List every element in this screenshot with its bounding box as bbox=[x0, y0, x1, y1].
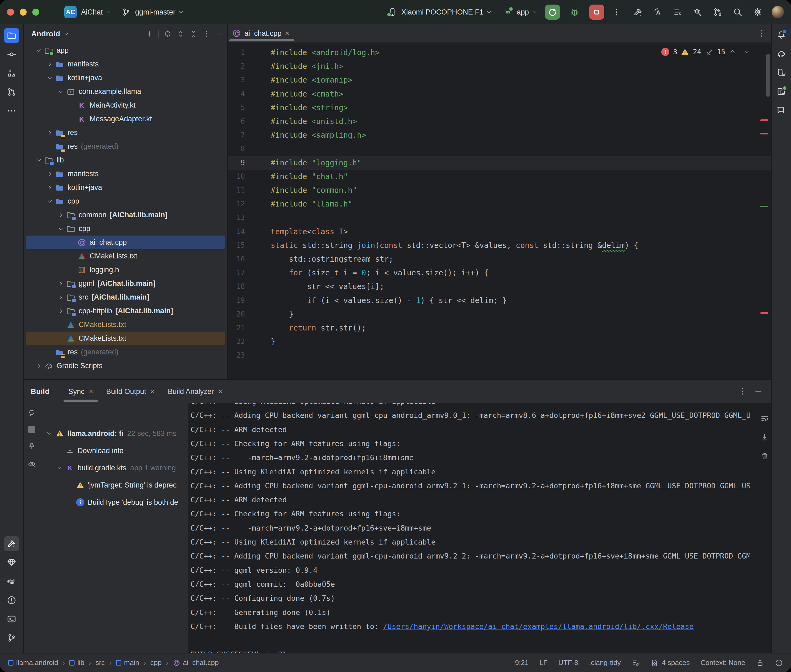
encoding-widget[interactable]: UTF-8 bbox=[558, 659, 578, 667]
sidebar-item-commit[interactable] bbox=[4, 47, 19, 62]
line-ending-widget[interactable]: LF bbox=[539, 659, 547, 667]
tree-item-cmakelists-txt[interactable]: CMakeLists.txt bbox=[26, 249, 225, 263]
tree-chevron[interactable] bbox=[45, 59, 55, 69]
stop-button[interactable] bbox=[589, 5, 604, 20]
add-icon[interactable] bbox=[145, 30, 153, 38]
tree-chevron[interactable] bbox=[34, 155, 43, 165]
minimize-window-button[interactable] bbox=[20, 9, 27, 16]
line-number[interactable]: 12 bbox=[228, 197, 245, 211]
tree-item-kotlin-java[interactable]: kotlin+java bbox=[26, 181, 225, 194]
close-tab-icon[interactable]: × bbox=[285, 29, 290, 37]
line-number[interactable]: 15 bbox=[228, 238, 245, 252]
debug-button[interactable] bbox=[567, 5, 582, 20]
tree-item-gradle-scripts[interactable]: Gradle Scripts bbox=[26, 359, 225, 373]
tree-item-manifests[interactable]: manifests bbox=[26, 167, 225, 181]
build-tab-sync[interactable]: Sync× bbox=[62, 380, 99, 403]
line-number[interactable]: 19 bbox=[228, 294, 245, 307]
tree-item-cmakelists-txt[interactable]: CMakeLists.txt bbox=[26, 318, 225, 331]
breadcrumb-item-lib[interactable]: lib bbox=[69, 659, 84, 667]
line-number[interactable]: 4 bbox=[228, 87, 245, 101]
tree-item-mainactivity-kt[interactable]: MainActivity.kt bbox=[26, 98, 225, 112]
soft-wrap-icon[interactable] bbox=[761, 414, 769, 423]
project-view-selector[interactable]: Android bbox=[31, 30, 60, 38]
build-tree-item[interactable]: build.gradle.ktsapp 1 warning bbox=[44, 459, 188, 477]
close-window-button[interactable] bbox=[7, 9, 14, 16]
line-number[interactable]: 5 bbox=[228, 101, 245, 115]
tree-item-logging-h[interactable]: logging.h bbox=[26, 263, 225, 277]
sidebar-item-logcat[interactable] bbox=[4, 574, 19, 589]
sidebar-item-build[interactable] bbox=[4, 536, 19, 551]
tree-item-app[interactable]: app bbox=[26, 43, 225, 57]
tree-chevron[interactable] bbox=[56, 279, 66, 288]
tree-item-messageadapter-kt[interactable]: MessageAdapter.kt bbox=[26, 112, 225, 126]
line-number[interactable]: 18 bbox=[228, 280, 245, 293]
breadcrumb-item-cpp[interactable]: cpp bbox=[150, 659, 162, 667]
rerun-button[interactable] bbox=[545, 5, 560, 20]
branch-selector[interactable]: ggml-master bbox=[135, 8, 175, 16]
tree-item-cpp[interactable]: cpp bbox=[26, 194, 225, 208]
build-icon[interactable] bbox=[633, 7, 643, 17]
context-widget[interactable]: Context: None bbox=[701, 659, 745, 667]
line-number[interactable]: 2 bbox=[228, 59, 245, 73]
avatar[interactable] bbox=[772, 6, 784, 18]
device-selector[interactable]: Xiaomi POCOPHONE F1 bbox=[401, 8, 483, 16]
tree-chevron[interactable] bbox=[56, 87, 66, 96]
run-config-selector[interactable]: app bbox=[517, 8, 529, 16]
sidebar-item-more[interactable] bbox=[4, 103, 19, 118]
pin-icon[interactable] bbox=[27, 442, 36, 451]
tree-chevron[interactable] bbox=[44, 430, 55, 437]
sidebar-item-pull-requests[interactable] bbox=[4, 85, 19, 99]
todo-lines-icon[interactable] bbox=[673, 7, 683, 17]
stop-square-icon[interactable] bbox=[28, 426, 35, 433]
indent-widget[interactable]: 4 spaces bbox=[650, 659, 690, 667]
settings-icon[interactable] bbox=[753, 7, 762, 17]
line-number[interactable]: 20 bbox=[228, 307, 245, 321]
build-options-kebab-icon[interactable] bbox=[738, 387, 747, 396]
tree-chevron[interactable] bbox=[56, 224, 66, 234]
tree-item-manifests[interactable]: manifests bbox=[26, 57, 225, 71]
more-actions-kebab-icon[interactable] bbox=[612, 8, 621, 17]
code-editor[interactable]: ! 3 24 15 1#include <android/log.h>2#inc… bbox=[228, 43, 771, 379]
problems-status-icon[interactable] bbox=[775, 659, 783, 667]
breadcrumb-item-llama-android[interactable]: llama.android bbox=[8, 659, 58, 667]
sidebar-item-project[interactable] bbox=[4, 28, 19, 43]
code-style-icon[interactable] bbox=[632, 659, 640, 667]
line-number[interactable]: 8 bbox=[228, 142, 245, 156]
sidebar-item-app-quality-insights[interactable] bbox=[4, 555, 19, 570]
tree-item-cpp[interactable]: cpp bbox=[26, 222, 225, 235]
line-number[interactable]: 3 bbox=[228, 73, 245, 87]
sidebar-item-gemini[interactable] bbox=[774, 103, 789, 118]
tree-item-res[interactable]: res(generated) bbox=[26, 345, 225, 359]
tree-item-common[interactable]: common[AiChat.lib.main] bbox=[26, 208, 225, 222]
line-number[interactable]: 9 bbox=[228, 156, 245, 170]
sidebar-item-gradle[interactable] bbox=[774, 46, 789, 61]
breadcrumb-item-src[interactable]: src bbox=[96, 659, 105, 667]
tree-item-cpp-httplib[interactable]: cpp-httplib[AiChat.lib.main] bbox=[26, 304, 225, 318]
line-number[interactable]: 6 bbox=[228, 115, 245, 128]
sidebar-item-device-manager[interactable] bbox=[774, 65, 789, 80]
tree-chevron[interactable] bbox=[45, 169, 55, 179]
sidebar-item-running-devices[interactable] bbox=[774, 84, 789, 99]
editor-options-kebab-icon[interactable] bbox=[757, 29, 766, 38]
build-tree-item[interactable]: Download info bbox=[44, 442, 188, 459]
build-console[interactable]: C/C++: -- Using KleidiAI optimized kerne… bbox=[188, 403, 771, 653]
sidebar-item-structure[interactable] bbox=[4, 66, 19, 81]
collapse-all-icon[interactable] bbox=[189, 30, 197, 38]
line-number[interactable]: 7 bbox=[228, 128, 245, 142]
tree-item-cmakelists-txt[interactable]: CMakeLists.txt bbox=[26, 331, 225, 345]
sidebar-item-version-control[interactable] bbox=[4, 630, 19, 645]
breadcrumb-item-main[interactable]: main bbox=[116, 659, 139, 667]
tree-item-ggml[interactable]: ggml[AiChat.lib.main] bbox=[26, 277, 225, 290]
tree-item-res[interactable]: res bbox=[26, 126, 225, 139]
hide-icon[interactable] bbox=[215, 30, 223, 38]
tree-item-res[interactable]: res(generated) bbox=[26, 139, 225, 153]
tree-chevron[interactable] bbox=[45, 197, 55, 206]
close-tab-icon[interactable]: × bbox=[151, 387, 155, 396]
tree-chevron[interactable] bbox=[56, 293, 66, 302]
line-number[interactable]: 1 bbox=[228, 46, 245, 59]
line-number[interactable]: 17 bbox=[228, 266, 245, 280]
sidebar-item-terminal[interactable] bbox=[4, 611, 19, 627]
tree-item-kotlin-java[interactable]: kotlin+java bbox=[26, 71, 225, 85]
clear-all-icon[interactable] bbox=[761, 452, 769, 460]
close-tab-icon[interactable]: × bbox=[89, 387, 93, 396]
